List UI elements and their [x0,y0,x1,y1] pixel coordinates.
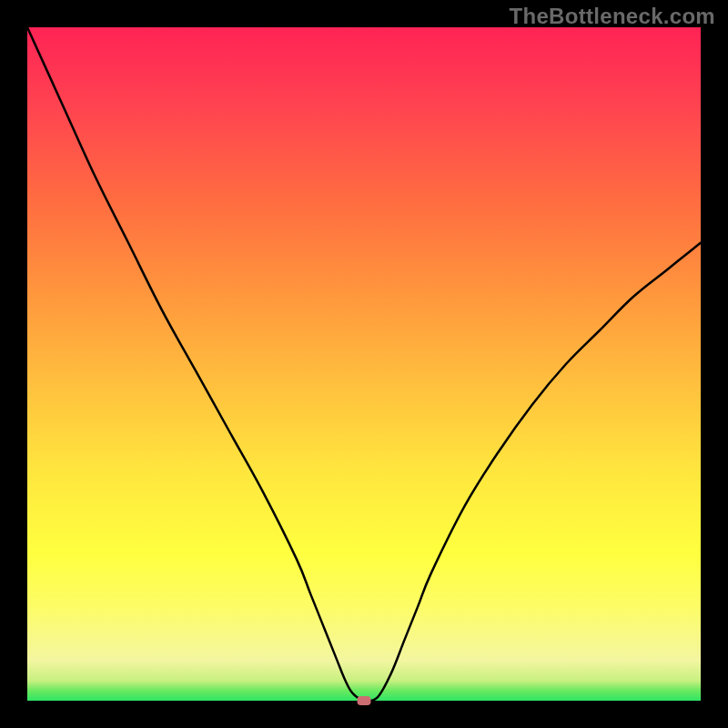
chart-frame: TheBottleneck.com [0,0,728,728]
optimum-marker [358,696,371,705]
curve-svg [27,27,701,701]
bottleneck-curve [27,27,701,701]
plot-area [27,27,701,701]
watermark-text: TheBottleneck.com [510,4,715,29]
